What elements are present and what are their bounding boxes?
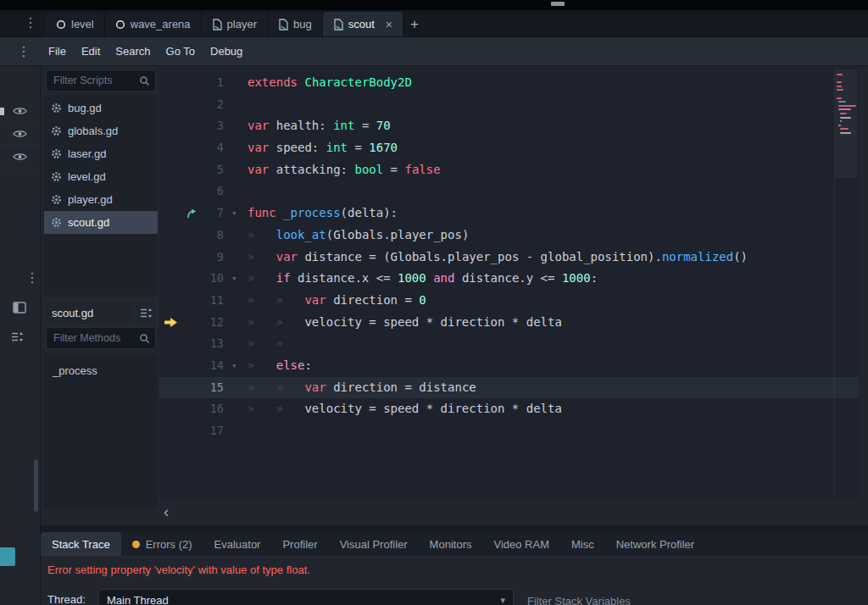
filter-scripts-input[interactable]: [52, 74, 139, 87]
code-line-14[interactable]: 14▾» else:: [159, 355, 859, 377]
code-line-5[interactable]: 5var attacking: bool = false: [159, 159, 859, 181]
breakpoint-gutter[interactable]: [159, 355, 181, 377]
indent-marker-icon: »: [276, 293, 305, 307]
breakpoint-gutter[interactable]: [159, 159, 181, 181]
scene-tab-wave_arena[interactable]: wave_arena: [105, 12, 202, 36]
debugger-tab-errors-2-[interactable]: Errors (2): [121, 532, 203, 556]
code-line-13[interactable]: 13» »: [159, 333, 859, 355]
menu-go-to[interactable]: Go To: [159, 42, 203, 61]
method-item-_process[interactable]: _process: [44, 359, 158, 381]
debugger-tab-monitors[interactable]: Monitors: [419, 532, 483, 556]
script-item-globals.gd[interactable]: globals.gd: [44, 119, 158, 142]
fold-icon[interactable]: ▾: [224, 355, 248, 377]
breakpoint-gutter[interactable]: [159, 115, 181, 137]
indent-marker-icon: »: [276, 336, 305, 350]
scene-tab-scout[interactable]: scout×: [323, 12, 403, 36]
scripts-panel: bug.gdglobals.gdlaser.gdlevel.gdplayer.g…: [44, 68, 158, 508]
dock-separator: [40, 66, 41, 605]
breakpoint-gutter[interactable]: [159, 398, 181, 420]
gutter-icon-cell: [181, 312, 202, 334]
code-line-15[interactable]: 15» » var direction = distance: [159, 377, 859, 399]
token: func: [248, 206, 276, 219]
scene-tab-bar: levelwave_arenaplayerbugscout× +: [0, 10, 868, 37]
token: 1670: [369, 141, 398, 154]
visibility-eye-icon[interactable]: [13, 152, 27, 162]
thread-dropdown[interactable]: Main Thread ▾: [98, 589, 514, 605]
debugger-tab-video-ram[interactable]: Video RAM: [482, 532, 560, 556]
code-line-10[interactable]: 10▾» if distance.x <= 1000 and distance.…: [159, 268, 859, 290]
token: health:: [269, 119, 333, 132]
minimap-line: [840, 113, 847, 114]
scene-tab-bug[interactable]: bug: [268, 12, 323, 36]
breakpoint-gutter[interactable]: [159, 268, 181, 290]
menu-search[interactable]: Search: [108, 42, 158, 61]
menu-file[interactable]: File: [41, 42, 74, 61]
code-line-1[interactable]: 1extends CharacterBody2D: [159, 72, 859, 94]
code-line-17[interactable]: 17: [159, 420, 859, 442]
debugger-tab-visual-profiler[interactable]: Visual Profiler: [329, 532, 419, 556]
dock-menu-icon[interactable]: ⋮: [25, 271, 39, 285]
scene-tab-level[interactable]: level: [46, 12, 105, 36]
menu-debug[interactable]: Debug: [203, 42, 250, 61]
dock-scrollbar[interactable]: [34, 459, 38, 512]
menu-edit[interactable]: Edit: [74, 42, 108, 61]
code-line-16[interactable]: 16» » velocity = speed * direction * del…: [159, 398, 859, 420]
breakpoint-gutter[interactable]: [159, 377, 181, 399]
thread-dropdown-value: Main Thread: [107, 594, 169, 605]
dock-layout-icon[interactable]: [13, 302, 26, 314]
node-icon-fragment: [0, 108, 4, 115]
visibility-eye-icon[interactable]: [13, 129, 27, 139]
breakpoint-gutter[interactable]: [159, 290, 181, 312]
script-item-player.gd[interactable]: player.gd: [44, 188, 158, 211]
fold-icon[interactable]: ▾: [224, 268, 248, 290]
close-tab-icon[interactable]: ×: [386, 19, 392, 31]
panel-options-icon[interactable]: ⋮: [17, 45, 31, 58]
code-line-11[interactable]: 11» » var direction = 0: [159, 290, 859, 312]
scene-tab-player[interactable]: player: [202, 12, 268, 36]
script-item-level.gd[interactable]: level.gd: [44, 165, 158, 188]
line-number: 2: [202, 94, 224, 116]
breakpoint-gutter[interactable]: [159, 203, 181, 225]
code-line-12[interactable]: 12» » velocity = speed * direction * del…: [159, 312, 859, 334]
code-line-4[interactable]: 4var speed: int = 1670: [159, 137, 859, 159]
line-number: 14: [202, 355, 224, 377]
debugger-tab-misc[interactable]: Misc: [560, 532, 605, 556]
debugger-tab-profiler[interactable]: Profiler: [271, 532, 328, 556]
filesystem-selected-item-fragment[interactable]: [0, 547, 15, 566]
filter-methods-input[interactable]: [52, 331, 139, 345]
code-line-2[interactable]: 2: [159, 94, 859, 116]
breakpoint-gutter[interactable]: [159, 225, 181, 247]
sort-methods-button[interactable]: [134, 301, 157, 325]
breakpoint-gutter[interactable]: [159, 72, 181, 94]
collapse-scripts-panel-button[interactable]: ‹: [164, 503, 169, 519]
breakpoint-gutter[interactable]: [159, 94, 181, 116]
code-minimap[interactable]: [834, 69, 857, 497]
breakpoint-gutter[interactable]: [159, 420, 181, 442]
breakpoint-gutter[interactable]: [159, 333, 181, 355]
code-line-7[interactable]: 7▾func _process(delta):: [159, 203, 859, 225]
add-scene-tab-button[interactable]: +: [403, 12, 426, 36]
code-line-8[interactable]: 8» look_at(Globals.player_pos): [159, 225, 859, 247]
script-item-laser.gd[interactable]: laser.gd: [44, 142, 158, 165]
debugger-tab-evaluator[interactable]: Evaluator: [203, 532, 272, 556]
sort-list-icon[interactable]: [11, 331, 24, 342]
code-line-6[interactable]: 6: [159, 180, 859, 203]
scene-tree-row: [0, 99, 40, 123]
breakpoint-gutter[interactable]: [159, 247, 181, 269]
script-menu-bar: FileEditSearchGo ToDebug: [0, 37, 868, 66]
debugger-tab-stack-trace[interactable]: Stack Trace: [41, 532, 121, 556]
dock-options-icon[interactable]: ⋮: [24, 16, 37, 30]
script-item-bug.gd[interactable]: bug.gd: [44, 97, 158, 119]
fold-icon[interactable]: ▾: [224, 203, 248, 225]
code-editor[interactable]: 1extends CharacterBody2D23var health: in…: [159, 68, 859, 501]
breakpoint-gutter[interactable]: [159, 312, 181, 334]
visibility-eye-icon[interactable]: [13, 106, 27, 116]
script-item-scout.gd[interactable]: scout.gd: [44, 211, 158, 234]
stack-trace-error-row[interactable]: Error setting property 'velocity' with v…: [41, 557, 868, 582]
code-line-9[interactable]: 9» var distance = (Globals.player_pos - …: [159, 247, 859, 269]
breakpoint-gutter[interactable]: [159, 137, 181, 159]
code-line-3[interactable]: 3var health: int = 70: [159, 115, 859, 137]
debugger-tab-network-profiler[interactable]: Network Profiler: [605, 532, 705, 556]
breakpoint-gutter[interactable]: [159, 180, 181, 203]
filter-stack-variables-input[interactable]: [526, 589, 860, 605]
